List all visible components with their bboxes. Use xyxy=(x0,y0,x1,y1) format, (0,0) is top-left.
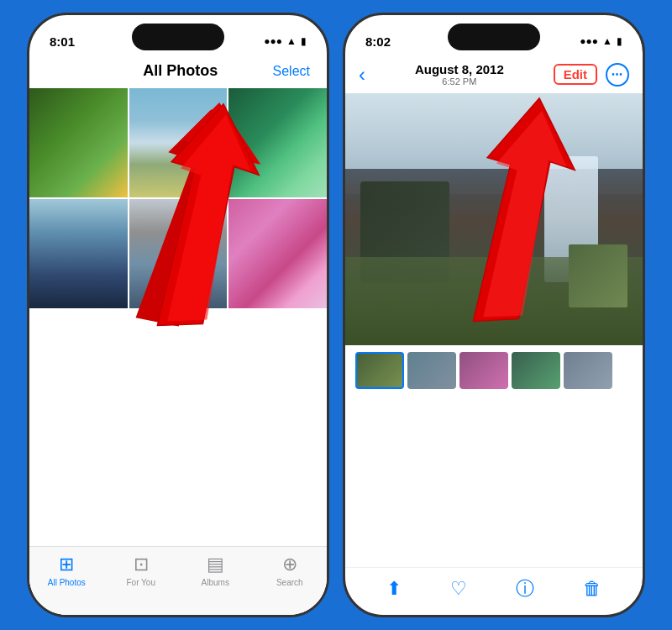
status-time-right: 8:02 xyxy=(365,34,391,49)
filmstrip-thumb-2[interactable] xyxy=(407,352,456,389)
signal-icon: ●●● xyxy=(264,35,282,47)
favorite-button[interactable]: ♡ xyxy=(450,578,467,600)
edit-button[interactable]: Edit xyxy=(554,64,597,85)
status-icons-left: ●●● ▲ ▮ xyxy=(264,35,307,47)
more-dots-icon: ••• xyxy=(612,70,623,79)
select-button[interactable]: Select xyxy=(273,64,310,79)
photo-time: 6:52 PM xyxy=(442,76,476,87)
photo-cell-1[interactable] xyxy=(29,88,128,197)
main-photo-display[interactable] xyxy=(345,93,643,345)
film-strip xyxy=(345,345,643,396)
nav-bar-left: All Photos Select xyxy=(29,59,327,88)
page-title-left: All Photos xyxy=(143,62,218,80)
signal-icon-right: ●●● xyxy=(580,35,598,47)
right-phone: 8:02 ●●● ▲ ▮ ‹ August 8, 2012 6:52 PM Ed… xyxy=(343,13,645,617)
wifi-icon: ▲ xyxy=(286,35,297,47)
left-phone: 8:01 ●●● ▲ ▮ All Photos Select xyxy=(27,13,329,617)
info-button[interactable]: ⓘ xyxy=(516,576,534,601)
status-icons-right: ●●● ▲ ▮ xyxy=(580,35,622,47)
filmstrip-thumb-3[interactable] xyxy=(459,352,508,389)
tab-for-you[interactable]: ⊡ For You xyxy=(112,554,171,587)
tab-albums-label: Albums xyxy=(202,578,229,587)
back-button[interactable]: ‹ xyxy=(359,63,365,87)
wifi-icon-right: ▲ xyxy=(602,35,612,47)
battery-icon-right: ▮ xyxy=(617,35,622,47)
dynamic-island-right xyxy=(448,24,540,50)
search-icon: ⊕ xyxy=(282,554,297,575)
photo-rock-right xyxy=(569,244,628,307)
tab-albums[interactable]: ▤ Albums xyxy=(186,554,244,587)
bottom-action-bar: ⬆ ♡ ⓘ 🗑 xyxy=(345,567,643,615)
photo-date: August 8, 2012 xyxy=(415,62,504,76)
albums-icon: ▤ xyxy=(207,554,224,575)
date-block: August 8, 2012 6:52 PM xyxy=(415,62,504,87)
dynamic-island-left xyxy=(132,24,224,50)
photo-grid xyxy=(29,88,327,308)
tab-all-photos-label: All Photos xyxy=(48,578,86,587)
photo-cell-4[interactable] xyxy=(29,199,128,308)
photo-cell-6[interactable] xyxy=(228,199,327,308)
content-area-right xyxy=(345,396,643,567)
tab-bar-left: ⊞ All Photos ⊡ For You ▤ Albums ⊕ Search xyxy=(29,546,327,615)
share-button[interactable]: ⬆ xyxy=(386,578,402,600)
tab-search[interactable]: ⊕ Search xyxy=(260,554,319,587)
detail-nav-bar: ‹ August 8, 2012 6:52 PM Edit ••• xyxy=(345,59,643,93)
for-you-icon: ⊡ xyxy=(134,554,149,575)
photo-cell-2[interactable] xyxy=(129,88,228,197)
photo-cell-5[interactable] xyxy=(129,199,228,308)
filmstrip-thumb-4[interactable] xyxy=(512,352,560,389)
tab-search-label: Search xyxy=(276,578,303,587)
delete-button[interactable]: 🗑 xyxy=(583,578,601,600)
photo-cell-3[interactable] xyxy=(228,88,327,197)
nav-right-actions: Edit ••• xyxy=(554,63,629,87)
battery-icon: ▮ xyxy=(301,35,307,47)
filmstrip-thumb-5[interactable] xyxy=(564,352,612,389)
filmstrip-thumb-1[interactable] xyxy=(355,352,404,389)
more-button[interactable]: ••• xyxy=(606,63,629,87)
tab-all-photos[interactable]: ⊞ All Photos xyxy=(37,554,96,587)
tab-for-you-label: For You xyxy=(127,578,155,587)
all-photos-icon: ⊞ xyxy=(59,554,74,575)
status-time-left: 8:01 xyxy=(50,34,75,49)
